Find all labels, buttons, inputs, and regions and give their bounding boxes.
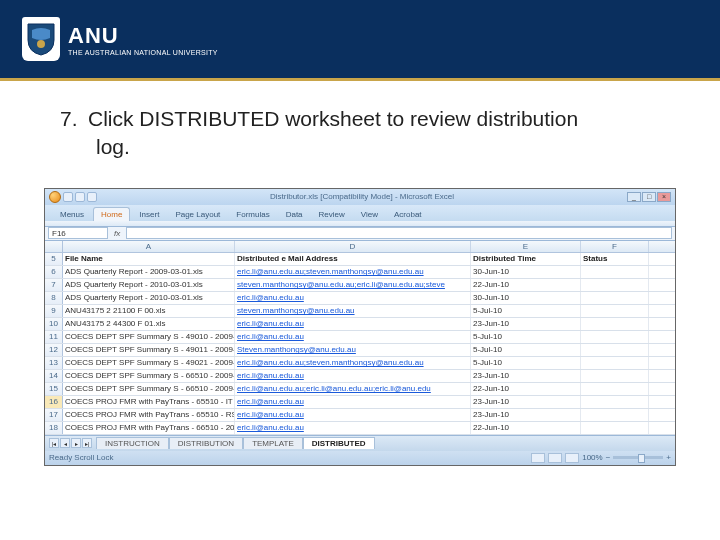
cell-time[interactable]: 23-Jun-10 [471, 370, 581, 382]
cell-filename[interactable]: COECS DEPT SPF Summary S - 49011 - 2009-… [63, 344, 235, 356]
cell-status[interactable] [581, 370, 649, 382]
col-header[interactable]: E [471, 241, 581, 252]
row-header[interactable]: 14 [45, 370, 63, 382]
cell-status[interactable] [581, 331, 649, 343]
cell-filename[interactable]: COECS DEPT SPF Summary S - 49021 - 2009-… [63, 357, 235, 369]
ribbon-tab-page-layout[interactable]: Page Layout [168, 208, 227, 221]
row-header[interactable]: 18 [45, 422, 63, 434]
ribbon-tab-insert[interactable]: Insert [132, 208, 166, 221]
cell-filename[interactable]: ANU43175 2 21100 F 00.xls [63, 305, 235, 317]
sheet-nav-last-icon[interactable]: ▸| [82, 438, 92, 448]
cell-email[interactable]: eric.li@anu.edu.au [235, 409, 471, 421]
cell-email[interactable]: eric.li@anu.edu.au;steven.manthongsy@anu… [235, 357, 471, 369]
cell-filename[interactable]: ADS Quarterly Report - 2010-03-01.xls [63, 292, 235, 304]
zoom-in-button[interactable]: + [666, 453, 671, 462]
cell-status[interactable] [581, 305, 649, 317]
sheet-tab-template[interactable]: TEMPLATE [243, 437, 303, 449]
cell-email[interactable]: Steven.manthongsy@anu.edu.au [235, 344, 471, 356]
cell-status[interactable] [581, 383, 649, 395]
cell-time[interactable]: 5-Jul-10 [471, 344, 581, 356]
cell-status[interactable] [581, 422, 649, 434]
cell-time[interactable]: 22-Jun-10 [471, 383, 581, 395]
row-header[interactable]: 9 [45, 305, 63, 317]
sheet-nav-first-icon[interactable]: |◂ [49, 438, 59, 448]
cell-email[interactable]: eric.li@anu.edu.au;eric.li@anu.edu.au;er… [235, 383, 471, 395]
worksheet-grid[interactable]: A D E F 5 File Name Distributed e Mail A… [45, 241, 675, 435]
close-button[interactable]: × [657, 192, 671, 202]
cell-email[interactable]: eric.li@anu.edu.au [235, 396, 471, 408]
row-header[interactable]: 12 [45, 344, 63, 356]
formula-bar[interactable] [126, 227, 672, 239]
row-header[interactable]: 10 [45, 318, 63, 330]
cell-status[interactable] [581, 396, 649, 408]
cell-filename[interactable]: COECS DEPT SPF Summary S - 49010 - 2009-… [63, 331, 235, 343]
qat-undo-icon[interactable] [75, 192, 85, 202]
cell-status[interactable] [581, 318, 649, 330]
qat-redo-icon[interactable] [87, 192, 97, 202]
row-header[interactable]: 17 [45, 409, 63, 421]
view-layout-icon[interactable] [548, 453, 562, 463]
cell-email[interactable]: steven.manthongsy@anu.edu.au [235, 305, 471, 317]
sheet-tab-instruction[interactable]: INSTRUCTION [96, 437, 169, 449]
row-header[interactable]: 13 [45, 357, 63, 369]
row-header[interactable]: 15 [45, 383, 63, 395]
cell-email[interactable]: eric.li@anu.edu.au [235, 318, 471, 330]
cell-email[interactable]: eric.li@anu.edu.au [235, 370, 471, 382]
cell-status[interactable] [581, 279, 649, 291]
ribbon-tab-home[interactable]: Home [93, 207, 130, 221]
office-button-icon[interactable] [49, 191, 61, 203]
cell-time[interactable]: 23-Jun-10 [471, 318, 581, 330]
cell-status[interactable] [581, 266, 649, 278]
row-header[interactable]: 11 [45, 331, 63, 343]
cell-filename[interactable]: COECS DEPT SPF Summary S - 66510 - 2009-… [63, 370, 235, 382]
cell-filename[interactable]: COECS PROJ FMR with PayTrans - 66510 - 2… [63, 422, 235, 434]
cell-filename[interactable]: COECS DEPT SPF Summary S - 66510 - 2009-… [63, 383, 235, 395]
sheet-nav-prev-icon[interactable]: ◂ [60, 438, 70, 448]
cell-status[interactable] [581, 409, 649, 421]
row-header[interactable]: 6 [45, 266, 63, 278]
ribbon-tab-review[interactable]: Review [312, 208, 352, 221]
sheet-nav-next-icon[interactable]: ▸ [71, 438, 81, 448]
minimize-button[interactable]: _ [627, 192, 641, 202]
ribbon-tab-formulas[interactable]: Formulas [229, 208, 276, 221]
ribbon-tab-menus[interactable]: Menus [53, 208, 91, 221]
col-header[interactable]: A [63, 241, 235, 252]
cell-filename[interactable]: ADS Quarterly Report - 2010-03-01.xls [63, 279, 235, 291]
zoom-out-button[interactable]: − [606, 453, 611, 462]
sheet-tab-distributed[interactable]: DISTRIBUTED [303, 437, 375, 449]
maximize-button[interactable]: □ [642, 192, 656, 202]
cell-time[interactable]: 30-Jun-10 [471, 292, 581, 304]
row-header[interactable]: 8 [45, 292, 63, 304]
cell-status[interactable] [581, 292, 649, 304]
cell-status[interactable] [581, 344, 649, 356]
col-header[interactable]: D [235, 241, 471, 252]
ribbon-tab-view[interactable]: View [354, 208, 385, 221]
cell-time[interactable]: 5-Jul-10 [471, 305, 581, 317]
view-normal-icon[interactable] [531, 453, 545, 463]
cell-filename[interactable]: COECS PROJ FMR with PayTrans - 65510 - R… [63, 409, 235, 421]
cell-time[interactable]: 23-Jun-10 [471, 396, 581, 408]
row-header[interactable]: 16 [45, 396, 63, 408]
cell-time[interactable]: 30-Jun-10 [471, 266, 581, 278]
cell-time[interactable]: 5-Jul-10 [471, 331, 581, 343]
zoom-slider[interactable] [613, 456, 663, 459]
fx-icon[interactable]: fx [114, 229, 120, 238]
qat-save-icon[interactable] [63, 192, 73, 202]
cell-filename[interactable]: ANU43175 2 44300 F 01.xls [63, 318, 235, 330]
select-all-corner[interactable] [45, 241, 63, 252]
cell-email[interactable]: eric.li@anu.edu.au;steven.manthongsy@anu… [235, 266, 471, 278]
row-header[interactable]: 7 [45, 279, 63, 291]
cell-email[interactable]: eric.li@anu.edu.au [235, 331, 471, 343]
ribbon-tab-acrobat[interactable]: Acrobat [387, 208, 429, 221]
cell-time[interactable]: 5-Jul-10 [471, 357, 581, 369]
col-header[interactable]: F [581, 241, 649, 252]
cell-filename[interactable]: ADS Quarterly Report - 2009-03-01.xls [63, 266, 235, 278]
name-box[interactable]: F16 [48, 227, 108, 239]
view-pagebreak-icon[interactable] [565, 453, 579, 463]
ribbon-tab-data[interactable]: Data [279, 208, 310, 221]
cell-time[interactable]: 22-Jun-10 [471, 279, 581, 291]
cell-time[interactable]: 22-Jun-10 [471, 422, 581, 434]
cell-email[interactable]: eric.li@anu.edu.au [235, 292, 471, 304]
cell-email[interactable]: steven.manthongsy@anu.edu.au;eric.li@anu… [235, 279, 471, 291]
cell-email[interactable]: eric.li@anu.edu.au [235, 422, 471, 434]
